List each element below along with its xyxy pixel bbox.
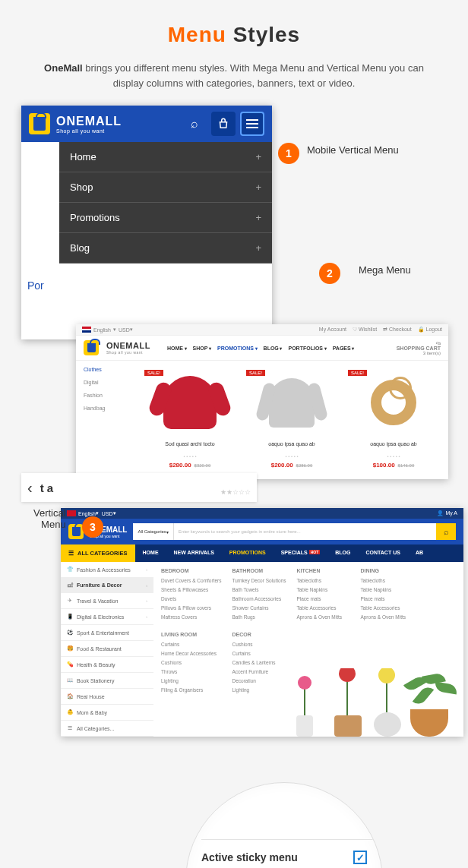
chevron-left-icon[interactable]: ‹ xyxy=(27,479,33,497)
mobile-menu-item[interactable]: Blog+ xyxy=(59,233,272,264)
all-categories-button[interactable]: ALL CATEGORIES xyxy=(61,544,135,562)
search-button[interactable]: ⌕ xyxy=(436,523,456,540)
col-link[interactable]: Cushions xyxy=(161,660,221,665)
col-link[interactable]: Duvet Covers & Comforters xyxy=(161,578,221,583)
col-link[interactable]: Accent Furniture xyxy=(232,669,286,674)
col-link[interactable]: Table Accessories xyxy=(296,605,349,611)
mobile-header: ONEMALLShop all you want ⌕ xyxy=(21,106,272,142)
my-account-link[interactable]: 👤 My A xyxy=(437,510,457,516)
col-link[interactable]: Place mats xyxy=(360,596,413,601)
plus-icon[interactable]: + xyxy=(255,242,261,254)
wishlist-link[interactable]: ♡ Wishlist xyxy=(353,327,377,333)
col-link[interactable]: Table Napkins xyxy=(360,587,413,592)
category-item[interactable]: 👶Mom & Baby xyxy=(61,705,153,721)
col-link[interactable]: Filing & Organisers xyxy=(161,687,221,693)
col-link[interactable]: Home Decor Accessories xyxy=(161,651,221,656)
rating-dots: • • • • • xyxy=(346,454,441,459)
mobile-menu-item[interactable]: Home+ xyxy=(59,142,272,172)
category-item[interactable]: 💊Health & Beauty xyxy=(61,657,153,673)
col-link[interactable]: Bathroom Accessories xyxy=(232,596,286,601)
product-image xyxy=(258,368,326,437)
col-link[interactable]: Candles & Lanterns xyxy=(232,660,286,665)
decorative-image xyxy=(289,668,463,737)
sidebar-item[interactable]: Digital xyxy=(84,380,128,385)
col-link[interactable]: Sheets & Pillowcases xyxy=(161,587,221,592)
col-link[interactable]: Tablecloths xyxy=(360,578,413,583)
checkout-link[interactable]: ⇄ Checkout xyxy=(383,327,412,333)
cart-summary[interactable]: 🛍 SHOPPING CART 3 item(s) xyxy=(397,341,441,355)
nav-portfolios[interactable]: PORTFOLIOS xyxy=(289,346,327,351)
col-link[interactable]: Throws xyxy=(161,669,221,674)
category-item[interactable]: 📖Book Stationery xyxy=(61,673,153,689)
product-card[interactable]: SALE! oaquo ipsa quao ab • • • • • $100.… xyxy=(346,368,441,469)
nav-blog[interactable]: BLOG xyxy=(264,346,283,351)
label-vertical-menu: VerticalMenu xyxy=(33,507,66,530)
search-icon[interactable]: ⌕ xyxy=(182,112,207,136)
menubar-item[interactable]: AB xyxy=(408,544,431,562)
product-card[interactable]: SALE! oaquo ipsa quao ab • • • • • $200.… xyxy=(245,368,339,469)
sidebar-item[interactable]: Clothes xyxy=(84,367,128,372)
menubar-item[interactable]: SPECIALSHOT xyxy=(274,544,328,562)
plus-icon[interactable]: + xyxy=(255,181,261,193)
col-header: DINING xyxy=(360,568,413,573)
col-link[interactable]: Curtains xyxy=(161,642,221,647)
menubar-item[interactable]: HOME xyxy=(135,544,166,562)
category-item[interactable]: 👕Fashion & Accessories› xyxy=(61,562,153,578)
cart-icon: 🛍 xyxy=(436,341,441,346)
category-item[interactable]: ⚽Sport & Entertainment xyxy=(61,625,153,641)
my-account-link[interactable]: My Account xyxy=(319,327,346,333)
col-link[interactable]: Cushions xyxy=(232,642,286,647)
search-input[interactable]: Enter keywords to search your gadgets in… xyxy=(174,523,436,540)
col-link[interactable]: Pillows & Pillow covers xyxy=(161,605,221,611)
hamburger-icon[interactable] xyxy=(240,112,264,136)
col-link[interactable]: Shower Curtains xyxy=(232,605,286,611)
col-link[interactable]: Turnkey Decor Solutions xyxy=(232,578,286,583)
nav-shop[interactable]: SHOP xyxy=(193,346,212,351)
option-row: Active sticky menu ✓ xyxy=(201,839,382,868)
col-link[interactable]: Mattress Covers xyxy=(161,614,221,620)
mobile-menu-item[interactable]: Promotions+ xyxy=(59,203,272,233)
badge-2: 2 xyxy=(319,263,340,284)
nav-home[interactable]: HOME xyxy=(167,346,187,351)
category-item[interactable]: 📱Digital & Electronics› xyxy=(61,609,153,625)
sidebar-item[interactable]: Handbag xyxy=(84,406,128,411)
cart-icon[interactable] xyxy=(211,112,236,136)
sidebar-item[interactable]: Fashion xyxy=(84,393,128,398)
col-link[interactable]: Table Napkins xyxy=(296,587,349,592)
search-category-select[interactable]: All Categories ▾ xyxy=(133,523,173,540)
nav-pages[interactable]: PAGES xyxy=(333,346,355,351)
search-bar: All Categories ▾ Enter keywords to searc… xyxy=(133,523,456,540)
mobile-menu-item[interactable]: Shop+ xyxy=(59,172,272,203)
product-card[interactable]: SALE! Sod quasi archi tocto • • • • • $2… xyxy=(143,368,237,469)
col-link[interactable]: Lighting xyxy=(161,678,221,683)
col-link[interactable]: Curtains xyxy=(232,651,286,656)
col-link[interactable]: Bath Rugs xyxy=(232,614,286,620)
menubar-item-promotions[interactable]: PROMOTIONS xyxy=(222,544,274,562)
hot-badge: HOT xyxy=(309,550,321,554)
category-item[interactable]: 🏠Real House xyxy=(61,689,153,705)
col-link[interactable]: Tablecloths xyxy=(296,578,349,583)
category-item-active[interactable]: 🛋Furniture & Decor› xyxy=(61,578,153,593)
badge-3: 3 xyxy=(82,516,103,538)
chevron-right-icon: › xyxy=(146,567,147,572)
col-link[interactable]: Decoration xyxy=(232,678,286,683)
col-link[interactable]: Table Accessories xyxy=(360,605,413,611)
category-item[interactable]: ☰All Categories... xyxy=(61,721,153,737)
col-link[interactable]: Lighting xyxy=(232,687,286,693)
checkbox-checked[interactable]: ✓ xyxy=(353,851,367,864)
col-link[interactable]: Aprons & Oven Mitts xyxy=(360,614,413,620)
category-item[interactable]: 🍔Food & Restaurant xyxy=(61,641,153,657)
col-link[interactable]: Duvets xyxy=(161,596,221,601)
menubar-item[interactable]: BLOG xyxy=(327,544,358,562)
menubar-item[interactable]: CONTACT US xyxy=(359,544,408,562)
logout-link[interactable]: 🔒 Logout xyxy=(418,327,442,333)
nav-promotions[interactable]: PROMOTIONS xyxy=(217,346,258,351)
col-link[interactable]: Bath Towels xyxy=(232,587,286,592)
plus-icon[interactable]: + xyxy=(255,212,261,223)
product-image xyxy=(359,368,428,437)
col-link[interactable]: Place mats xyxy=(296,596,349,601)
menubar-item[interactable]: NEW ARRIVALS xyxy=(166,544,222,562)
plus-icon[interactable]: + xyxy=(255,151,261,163)
category-item[interactable]: ✈Travel & Vacation› xyxy=(61,593,153,609)
col-link[interactable]: Aprons & Oven Mitts xyxy=(296,614,349,620)
